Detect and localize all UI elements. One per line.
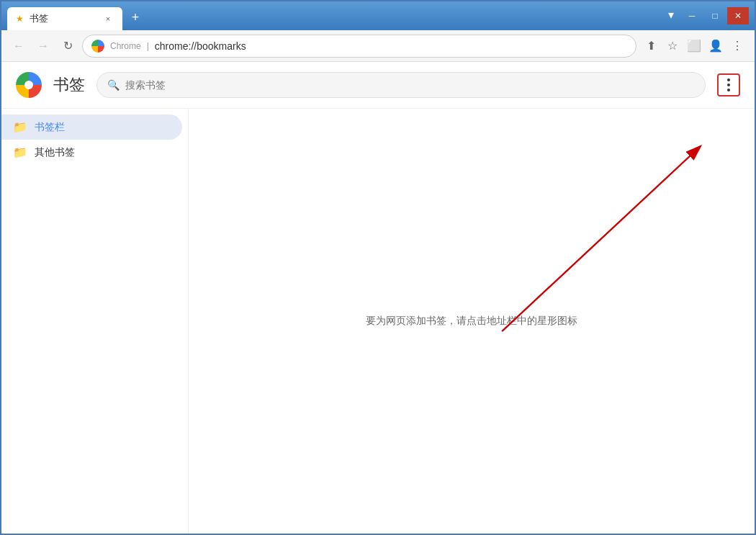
address-url: chrome://bookmarks <box>155 40 246 52</box>
title-bar: ★ 书签 × + ▾ ─ □ ✕ <box>1 1 755 30</box>
dot-3 <box>727 89 730 91</box>
forward-button[interactable]: → <box>33 36 53 56</box>
nav-right-buttons: ⬆ ☆ ⬜ 👤 ⋮ <box>641 36 747 56</box>
search-input[interactable] <box>125 79 695 91</box>
empty-hint: 要为网页添加书签，请点击地址栏中的星形图标 <box>366 315 577 328</box>
profile-button[interactable]: 👤 <box>706 36 726 56</box>
chrome-menu-button[interactable]: ⋮ <box>727 36 747 56</box>
sidebar-label-bookmarks-bar: 书签栏 <box>35 121 65 134</box>
close-button[interactable]: ✕ <box>727 7 749 24</box>
tab-close-button[interactable]: × <box>102 13 114 24</box>
search-icon: 🔍 <box>107 79 120 91</box>
star-button[interactable]: ☆ <box>662 36 683 56</box>
dot-2 <box>727 84 730 86</box>
reader-mode-button[interactable]: ⬜ <box>684 36 704 56</box>
folder-icon-gray: 📁 <box>13 145 27 159</box>
address-bar[interactable]: Chrome | chrome://bookmarks <box>82 35 636 58</box>
main-content: 📁 书签栏 📁 其他书签 要为网页添加书签，请点击地址栏中的星形图标 <box>1 109 755 534</box>
active-tab[interactable]: ★ 书签 × <box>7 7 122 30</box>
search-box[interactable]: 🔍 <box>96 72 706 98</box>
sidebar: 📁 书签栏 📁 其他书签 <box>1 109 189 534</box>
nav-bar: ← → ↻ Chrome | chrome://bookmarks ⬆ ☆ ⬜ … <box>1 30 755 62</box>
sidebar-item-bookmarks-bar[interactable]: 📁 书签栏 <box>1 114 182 140</box>
tab-title: 书签 <box>30 12 96 25</box>
tab-dropdown-button[interactable]: ▾ <box>661 4 681 24</box>
chrome-logo <box>16 72 42 98</box>
back-button[interactable]: ← <box>9 36 29 56</box>
share-button[interactable]: ⬆ <box>641 36 661 56</box>
svg-line-1 <box>502 146 701 332</box>
folder-icon-blue: 📁 <box>13 120 27 134</box>
sidebar-label-other-bookmarks: 其他书签 <box>35 146 75 159</box>
page-wrapper: 书签 🔍 📁 书签栏 📁 其他书签 <box>1 62 755 534</box>
sidebar-item-other-bookmarks[interactable]: 📁 其他书签 <box>1 140 182 165</box>
page-title: 书签 <box>53 74 85 96</box>
dot-1 <box>727 78 730 81</box>
window-controls: ─ □ ✕ <box>681 7 749 24</box>
refresh-button[interactable]: ↻ <box>58 36 78 56</box>
new-tab-button[interactable]: + <box>125 7 145 27</box>
minimize-button[interactable]: ─ <box>681 7 703 24</box>
maximize-button[interactable]: □ <box>704 7 726 24</box>
address-favicon <box>91 40 104 53</box>
window-frame: ★ 书签 × + ▾ ─ □ ✕ ← → ↻ Chrome | chrome:/… <box>0 0 756 535</box>
address-site: Chrome <box>110 41 141 51</box>
page-header: 书签 🔍 <box>1 62 755 109</box>
more-options-button[interactable] <box>717 73 740 96</box>
address-separator: | <box>147 41 149 51</box>
tab-favicon: ★ <box>16 14 24 24</box>
content-area: 要为网页添加书签，请点击地址栏中的星形图标 <box>189 109 755 534</box>
tab-area: ★ 书签 × + <box>7 1 658 30</box>
